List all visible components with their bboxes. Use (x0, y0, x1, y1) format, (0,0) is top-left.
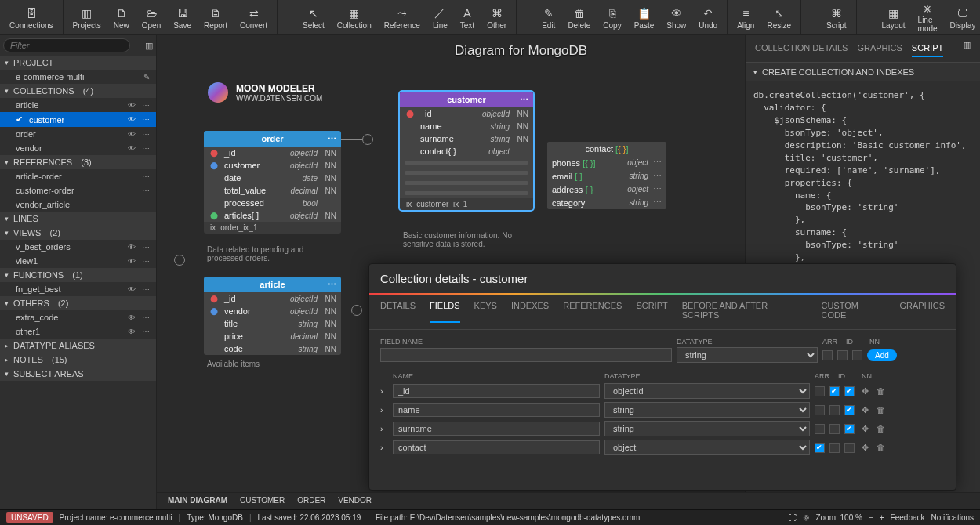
eye-icon[interactable]: 👁 (126, 313, 137, 322)
dp-tab-keys[interactable]: KEYS (474, 301, 497, 323)
sub-entity-contact[interactable]: contact [{ }] phones [{ }]object⋯email [… (547, 142, 666, 209)
nn-checkbox[interactable] (844, 386, 855, 396)
align-button[interactable]: ≡Align (731, 0, 760, 34)
tree-references[interactable]: REFERENCES (3) (0, 155, 156, 169)
edit-pencil-icon[interactable]: ✎ (142, 73, 151, 81)
entity-field-row[interactable]: ⬤vendorobjectIdNN (204, 305, 341, 317)
more-icon[interactable]: ⋯ (140, 243, 151, 252)
entity-field-row[interactable]: ⬤_idobjectIdNN (204, 147, 341, 159)
more-icon[interactable]: ⋯ (140, 115, 151, 124)
entity-field-row[interactable]: processedbool (204, 197, 341, 209)
rp-tab-script[interactable]: SCRIPT (912, 40, 943, 57)
zoom-out-icon[interactable]: − (869, 513, 873, 522)
sub-field-row[interactable]: address { }object⋯ (547, 183, 666, 196)
tree-subject-areas[interactable]: SUBJECT AREAS (0, 367, 156, 381)
field-name-input[interactable] (393, 384, 600, 398)
more-icon[interactable]: ⋯ (140, 313, 151, 322)
entity-field-row[interactable]: ⬤_idobjectIdNN (400, 107, 533, 120)
field-type-select[interactable]: string (604, 421, 810, 436)
eye-icon[interactable]: 👁 (126, 243, 137, 252)
arr-checkbox[interactable] (822, 350, 833, 360)
expand-icon[interactable]: › (380, 405, 388, 415)
field-type-select[interactable]: object (604, 440, 810, 455)
zoom-fit-icon[interactable]: ⛶ (789, 513, 797, 522)
more-icon[interactable]: ⋯ (140, 172, 151, 181)
id-checkbox[interactable] (829, 386, 840, 396)
entity-menu-icon[interactable]: ⋯ (520, 95, 528, 105)
zoom-in-icon[interactable]: + (880, 513, 884, 522)
expand-icon[interactable]: › (380, 386, 388, 396)
project-name-item[interactable]: e-commerce multi✎ (0, 70, 156, 84)
more-icon[interactable]: ⋯ (653, 197, 662, 208)
expand-icon[interactable]: › (380, 424, 388, 433)
tree-item-vendor[interactable]: vendor👁⋯ (0, 141, 156, 155)
id-checkbox[interactable] (829, 424, 840, 434)
new-button[interactable]: 🗋New (107, 0, 136, 34)
more-icon[interactable]: ⋯ (140, 101, 151, 110)
bottom-tab-customer[interactable]: CUSTOMER (240, 496, 285, 509)
tree-lines[interactable]: LINES (0, 212, 156, 226)
projects-button[interactable]: ▥Projects (67, 0, 107, 34)
arr-checkbox[interactable] (815, 424, 825, 434)
dp-tab-graphics[interactable]: GRAPHICS (900, 301, 945, 323)
delete-icon[interactable]: 🗑 (875, 424, 886, 433)
dp-tab-before-and-after-scripts[interactable]: BEFORE AND AFTER SCRIPTS (682, 301, 808, 323)
entity-article[interactable]: article⋯ ⬤_idobjectIdNN⬤vendorobjectIdNN… (204, 277, 341, 355)
tree-item-vendor-article[interactable]: vendor_article⋯ (0, 197, 156, 212)
more-icon[interactable]: ⋯ (140, 328, 151, 336)
eye-icon[interactable]: 👁 (126, 257, 137, 266)
nn-checkbox[interactable] (844, 424, 855, 434)
sub-field-row[interactable]: email [ ]string⋯ (547, 169, 666, 183)
panel-toggle-icon[interactable]: ▥ (963, 40, 971, 57)
report-button[interactable]: 🗎Report (198, 0, 234, 34)
more-icon[interactable]: ⋯ (140, 144, 151, 153)
paste-button[interactable]: 📋Paste (628, 0, 661, 34)
more-icon[interactable]: ⋯ (653, 184, 662, 194)
undo-button[interactable]: ↶Undo (692, 0, 724, 34)
expand-icon[interactable]: › (380, 443, 388, 452)
entity-customer[interactable]: customer⋯ ⬤_idobjectIdNNnamestringNNsurn… (400, 92, 533, 210)
feedback-link[interactable]: Feedback (891, 513, 925, 522)
entity-field-row[interactable]: ⬤_idobjectIdNN (204, 292, 341, 305)
eye-icon[interactable]: 👁 (126, 115, 137, 124)
id-checkbox[interactable] (829, 443, 840, 453)
resize-button[interactable]: ⤡Resize (760, 0, 797, 34)
line-button[interactable]: ／Line (426, 0, 454, 34)
rp-tab-graphics[interactable]: GRAPHICS (857, 40, 902, 57)
entity-menu-icon[interactable]: ⋯ (328, 280, 336, 290)
add-button[interactable]: Add (867, 349, 897, 361)
tree-item-order[interactable]: order👁⋯ (0, 127, 156, 141)
tree-functions[interactable]: FUNCTIONS (1) (0, 268, 156, 282)
select-button[interactable]: ↖Select (296, 0, 331, 34)
notifications-link[interactable]: Notifications (931, 513, 974, 522)
bottom-tab-main[interactable]: MAIN DIAGRAM (168, 496, 227, 509)
id-checkbox[interactable] (837, 350, 848, 360)
reference-button[interactable]: ⤳Reference (378, 0, 426, 34)
tree-views[interactable]: VIEWS (2) (0, 226, 156, 240)
move-icon[interactable]: ✥ (859, 424, 870, 434)
move-icon[interactable]: ✥ (859, 443, 870, 453)
arr-checkbox[interactable] (815, 405, 825, 415)
entity-field-row[interactable]: surnamestringNN (400, 132, 533, 145)
entity-field-row[interactable]: datedateNN (204, 172, 341, 184)
delete-button[interactable]: 🗑Delete (561, 0, 597, 34)
field-name-input[interactable] (393, 440, 600, 454)
entity-field-row[interactable]: codestringNN (204, 342, 341, 355)
copy-button[interactable]: ⎘Copy (597, 0, 627, 34)
eye-icon[interactable]: 👁 (126, 130, 137, 139)
tree-item-customer-order[interactable]: customer-order⋯ (0, 183, 156, 197)
move-icon[interactable]: ✥ (859, 405, 870, 415)
dp-tab-references[interactable]: REFERENCES (563, 301, 622, 323)
entity-field-row[interactable]: titlestringNN (204, 317, 341, 330)
dp-tab-details[interactable]: DETAILS (380, 301, 416, 323)
sub-field-row[interactable]: category string⋯ (547, 196, 666, 209)
nn-checkbox[interactable] (844, 443, 855, 453)
bottom-tab-order[interactable]: ORDER (297, 496, 325, 509)
text-button[interactable]: AText (454, 0, 481, 34)
filter-input[interactable] (3, 38, 130, 52)
entity-field-row[interactable]: pricedecimalNN (204, 330, 341, 342)
arr-checkbox[interactable] (815, 443, 825, 453)
dp-tab-indexes[interactable]: INDEXES (511, 301, 549, 323)
panel-toggle-icon[interactable]: ▥ (145, 41, 153, 51)
id-checkbox[interactable] (829, 405, 840, 415)
